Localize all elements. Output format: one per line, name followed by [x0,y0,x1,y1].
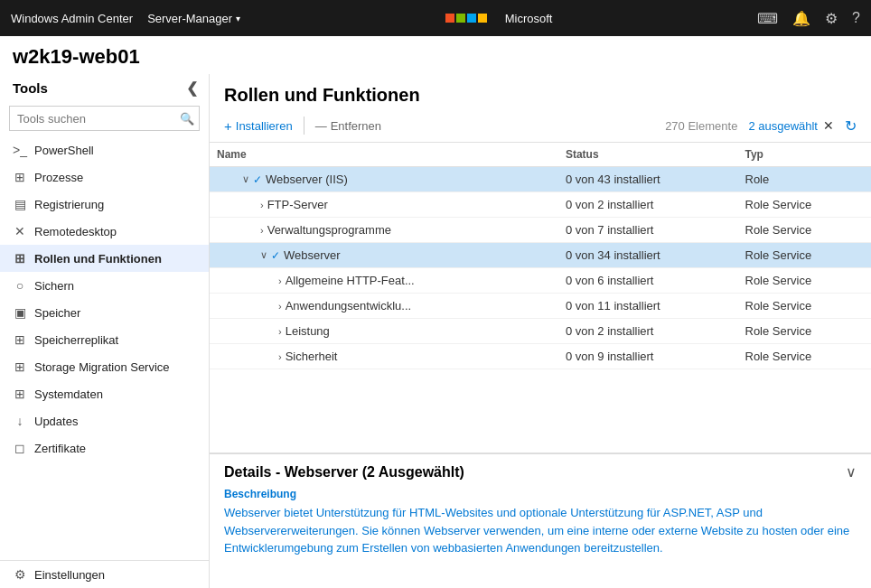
row-name-cell: › Leistung [217,324,551,338]
sidebar-item-powershell[interactable]: >_ PowerShell [0,136,209,163]
details-header: Details - Webserver (2 Ausgewählt) ∨ [224,463,857,481]
toolbar-separator [304,117,304,135]
expand-icon[interactable]: › [278,351,282,362]
sidebar-collapse-button[interactable]: ❮ [186,79,198,97]
gear-icon[interactable]: ⚙ [825,10,838,27]
clear-selection-button[interactable]: ✕ [823,118,834,133]
table-row[interactable]: › Anwendungsentwicklu... 0 von 11 instal… [210,294,871,319]
search-input[interactable] [9,106,200,131]
col-status: Status [558,143,738,167]
roles-panel: Rollen und Funktionen + Installieren — E… [210,74,871,453]
minus-icon: — [315,119,327,133]
sidebar-item-label: Speicher [34,306,80,320]
rollen-icon: ⊞ [13,251,27,266]
sidebar-item-label: Einstellungen [34,568,105,582]
tools-header: Tools ❮ [0,74,209,102]
storage-migration-icon: ⊞ [13,359,27,374]
details-collapse-button[interactable]: ∨ [846,463,857,481]
details-panel: Details - Webserver (2 Ausgewählt) ∨ Bes… [210,453,871,588]
table-row[interactable]: › FTP-Server 0 von 2 installiert Role Se… [210,192,871,218]
content-area: Tools ❮ 🔍 >_ PowerShell ⊞ Prozesse ▤ Reg… [0,74,871,588]
topbar-icons: ⌨ 🔔 ⚙ ? [757,10,860,27]
sidebar-item-speicherreplikat[interactable]: ⊞ Speicherreplikat [0,326,209,353]
table-row[interactable]: › Sicherheit 0 von 9 installiert Role Se… [210,344,871,369]
help-icon[interactable]: ? [852,10,860,26]
refresh-button[interactable]: ↻ [845,117,857,135]
search-icon: 🔍 [180,112,194,126]
tools-search-container: 🔍 [9,106,200,131]
sidebar-item-prozesse[interactable]: ⊞ Prozesse [0,163,209,191]
microsoft-label: Microsoft [505,12,553,25]
expand-icon[interactable]: ∨ [260,249,267,261]
check-icon: ✓ [271,249,280,262]
bell-icon[interactable]: 🔔 [792,10,810,27]
sidebar-item-storage-migration[interactable]: ⊞ Storage Migration Service [0,353,209,380]
expand-icon[interactable]: › [260,200,264,210]
remove-label: Entfernen [331,119,381,133]
sidebar-item-label: Speicherreplikat [34,333,118,347]
expand-icon[interactable]: › [260,225,264,236]
expand-icon[interactable]: ∨ [242,173,249,185]
sidebar-item-label: Systemdaten [34,387,103,401]
terminal-icon[interactable]: ⌨ [757,10,778,27]
sidebar-item-label: Rollen und Funktionen [34,252,162,266]
zertifikate-icon: ◻ [13,441,27,455]
sidebar-item-label: Sichern [34,279,74,293]
expand-icon[interactable]: › [278,275,282,286]
toolbar: + Installieren — Entfernen 270 Elemente … [210,113,871,143]
row-name-cell: › Anwendungsentwicklu... [217,299,551,313]
table-row[interactable]: ∨ ✓ Webserver (IIS) 0 von 43 installiert… [210,167,871,192]
table-row[interactable]: › Verwaltungsprogramme 0 von 7 installie… [210,218,871,243]
col-type: Typ [738,143,872,167]
sidebar-item-zertifikate[interactable]: ◻ Zertifikate [0,434,209,462]
server-manager-chevron[interactable]: ▾ [236,14,240,23]
main-layout: w2k19-web01 Tools ❮ 🔍 >_ PowerShell ⊞ Pr… [0,36,871,588]
sidebar-item-speicher[interactable]: ▣ Speicher [0,299,209,326]
roles-title: Rollen und Funktionen [210,74,871,113]
plus-icon: + [224,118,232,134]
sidebar-item-label: PowerShell [34,144,94,157]
sidebar-item-rollen[interactable]: ⊞ Rollen und Funktionen [0,245,209,272]
speicher-icon: ▣ [13,305,27,320]
tools-label: Tools [13,80,48,96]
expand-icon[interactable]: › [278,326,282,337]
sidebar-scroll: >_ PowerShell ⊞ Prozesse ▤ Registrierung… [0,136,209,560]
remove-button[interactable]: — Entfernen [315,119,381,133]
main-panel: Rollen und Funktionen + Installieren — E… [210,74,871,588]
sidebar-item-label: Prozesse [34,171,83,184]
sidebar-item-updates[interactable]: ↓ Updates [0,407,209,434]
check-icon: ✓ [253,173,262,186]
beschreibung-text: Webserver bietet Unterstützung für HTML-… [224,504,857,557]
systemdaten-icon: ⊞ [13,387,27,401]
sidebar-item-systemdaten[interactable]: ⊞ Systemdaten [0,380,209,407]
details-title: Details - Webserver (2 Ausgewählt) [224,464,464,481]
row-name-cell: ∨ ✓ Webserver (IIS) [217,173,551,186]
sidebar-item-registrierung[interactable]: ▤ Registrierung [0,191,209,218]
app-title: Windows Admin Center [11,12,133,25]
beschreibung-label: Beschreibung [224,488,857,500]
table-row[interactable]: ∨ ✓ Webserver 0 von 34 installiert Role … [210,243,871,268]
table-row[interactable]: › Allgemeine HTTP-Feat... 0 von 6 instal… [210,268,871,294]
sidebar-item-sichern[interactable]: ○ Sichern [0,272,209,299]
sidebar-item-label: Registrierung [34,198,104,211]
install-button[interactable]: + Installieren [224,118,293,134]
server-manager-label[interactable]: Server-Manager ▾ [147,12,240,25]
sichern-icon: ○ [13,278,27,293]
table-container: Name Status Typ ∨ ✓ [210,143,871,453]
row-name-cell: › FTP-Server [217,198,551,211]
registrierung-icon: ▤ [13,197,27,211]
row-name-cell: › Sicherheit [217,350,551,363]
sidebar-item-einstellungen[interactable]: ⚙ Einstellungen [0,561,209,588]
row-name-cell: › Allgemeine HTTP-Feat... [217,274,551,287]
sidebar-bottom: ⚙ Einstellungen [0,560,209,588]
updates-icon: ↓ [13,414,27,428]
col-name: Name [210,143,558,167]
expand-icon[interactable]: › [278,301,282,312]
microsoft-logo [445,14,487,23]
table-row[interactable]: › Leistung 0 von 2 installiert Role Serv… [210,319,871,344]
sidebar-item-remotedesktop[interactable]: ✕ Remotedesktop [0,218,209,245]
row-name-cell: › Verwaltungsprogramme [217,223,551,237]
install-label: Installieren [236,119,293,133]
prozesse-icon: ⊞ [13,170,27,184]
sidebar-item-label: Remotedesktop [34,225,117,238]
